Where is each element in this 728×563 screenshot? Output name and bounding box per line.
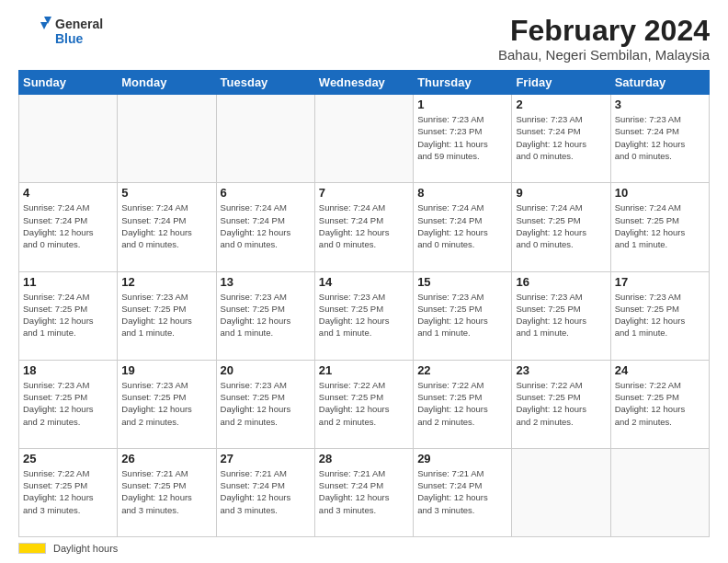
table-row: 20Sunrise: 7:23 AM Sunset: 7:25 PM Dayli… — [216, 360, 314, 448]
day-info: Sunrise: 7:22 AM Sunset: 7:25 PM Dayligh… — [319, 379, 409, 428]
day-info: Sunrise: 7:23 AM Sunset: 7:25 PM Dayligh… — [417, 291, 507, 339]
day-number: 6 — [221, 186, 311, 200]
day-number: 22 — [417, 363, 507, 377]
table-row: 3Sunrise: 7:23 AM Sunset: 7:24 PM Daylig… — [610, 95, 709, 183]
table-row: 17Sunrise: 7:23 AM Sunset: 7:25 PM Dayli… — [610, 271, 709, 360]
day-info: Sunrise: 7:22 AM Sunset: 7:25 PM Dayligh… — [516, 379, 606, 428]
day-info: Sunrise: 7:23 AM Sunset: 7:24 PM Dayligh… — [516, 113, 606, 162]
day-info: Sunrise: 7:24 AM Sunset: 7:24 PM Dayligh… — [23, 201, 113, 250]
col-monday: Monday — [118, 71, 216, 95]
day-info: Sunrise: 7:21 AM Sunset: 7:25 PM Dayligh… — [121, 467, 211, 516]
table-row: 10Sunrise: 7:24 AM Sunset: 7:25 PM Dayli… — [610, 183, 709, 271]
table-row: 29Sunrise: 7:21 AM Sunset: 7:24 PM Dayli… — [414, 448, 512, 536]
day-number: 1 — [417, 98, 507, 111]
legend-label: Daylight hours — [53, 543, 118, 554]
day-info: Sunrise: 7:21 AM Sunset: 7:24 PM Dayligh… — [417, 467, 507, 516]
logo: General Blue — [18, 15, 103, 48]
calendar-week-row: 11Sunrise: 7:24 AM Sunset: 7:25 PM Dayli… — [19, 271, 710, 360]
day-number: 7 — [319, 186, 409, 200]
day-number: 24 — [615, 363, 705, 377]
day-info: Sunrise: 7:23 AM Sunset: 7:25 PM Dayligh… — [221, 379, 311, 428]
col-tuesday: Tuesday — [216, 71, 314, 95]
calendar-table: Sunday Monday Tuesday Wednesday Thursday… — [18, 70, 710, 537]
col-friday: Friday — [512, 71, 610, 95]
day-info: Sunrise: 7:23 AM Sunset: 7:23 PM Dayligh… — [417, 113, 507, 162]
day-info: Sunrise: 7:22 AM Sunset: 7:25 PM Dayligh… — [615, 379, 705, 428]
day-info: Sunrise: 7:24 AM Sunset: 7:24 PM Dayligh… — [319, 201, 409, 250]
day-info: Sunrise: 7:23 AM Sunset: 7:25 PM Dayligh… — [615, 291, 705, 339]
day-info: Sunrise: 7:23 AM Sunset: 7:25 PM Dayligh… — [221, 291, 311, 339]
day-info: Sunrise: 7:24 AM Sunset: 7:24 PM Dayligh… — [121, 201, 211, 250]
day-number: 23 — [516, 363, 606, 377]
day-number: 14 — [319, 275, 409, 289]
calendar-week-row: 4Sunrise: 7:24 AM Sunset: 7:24 PM Daylig… — [19, 183, 710, 271]
table-row: 18Sunrise: 7:23 AM Sunset: 7:25 PM Dayli… — [19, 360, 118, 448]
main-title: February 2024 — [498, 15, 710, 47]
day-number: 27 — [221, 452, 311, 465]
day-number: 26 — [121, 452, 211, 465]
col-sunday: Sunday — [19, 71, 118, 95]
day-info: Sunrise: 7:24 AM Sunset: 7:24 PM Dayligh… — [417, 201, 507, 250]
table-row: 9Sunrise: 7:24 AM Sunset: 7:25 PM Daylig… — [512, 183, 610, 271]
table-row: 23Sunrise: 7:22 AM Sunset: 7:25 PM Dayli… — [512, 360, 610, 448]
svg-marker-1 — [40, 22, 48, 29]
day-number: 13 — [221, 275, 311, 289]
header: General Blue February 2024 Bahau, Negeri… — [18, 15, 710, 63]
day-number: 16 — [516, 275, 606, 289]
day-number: 20 — [221, 363, 311, 377]
table-row: 7Sunrise: 7:24 AM Sunset: 7:24 PM Daylig… — [314, 183, 413, 271]
day-number: 3 — [615, 98, 705, 111]
day-number: 18 — [23, 363, 113, 377]
day-info: Sunrise: 7:23 AM Sunset: 7:25 PM Dayligh… — [121, 291, 211, 339]
page: General Blue February 2024 Bahau, Negeri… — [0, 0, 728, 563]
day-number: 21 — [319, 363, 409, 377]
table-row: 11Sunrise: 7:24 AM Sunset: 7:25 PM Dayli… — [19, 271, 118, 360]
table-row: 15Sunrise: 7:23 AM Sunset: 7:25 PM Dayli… — [414, 271, 512, 360]
day-number: 29 — [417, 452, 507, 465]
table-row: 5Sunrise: 7:24 AM Sunset: 7:24 PM Daylig… — [118, 183, 216, 271]
calendar-week-row: 25Sunrise: 7:22 AM Sunset: 7:25 PM Dayli… — [19, 448, 710, 536]
table-row: 6Sunrise: 7:24 AM Sunset: 7:24 PM Daylig… — [216, 183, 314, 271]
table-row: 12Sunrise: 7:23 AM Sunset: 7:25 PM Dayli… — [118, 271, 216, 360]
day-number: 8 — [417, 186, 507, 200]
day-number: 25 — [23, 452, 113, 465]
day-number: 9 — [516, 186, 606, 200]
day-number: 5 — [121, 186, 211, 200]
title-block: February 2024 Bahau, Negeri Sembilan, Ma… — [498, 15, 710, 63]
calendar-week-row: 1Sunrise: 7:23 AM Sunset: 7:23 PM Daylig… — [19, 95, 710, 183]
col-wednesday: Wednesday — [314, 71, 413, 95]
table-row: 16Sunrise: 7:23 AM Sunset: 7:25 PM Dayli… — [512, 271, 610, 360]
day-info: Sunrise: 7:24 AM Sunset: 7:24 PM Dayligh… — [221, 201, 311, 250]
table-row: 25Sunrise: 7:22 AM Sunset: 7:25 PM Dayli… — [19, 448, 118, 536]
day-number: 17 — [615, 275, 705, 289]
table-row: 13Sunrise: 7:23 AM Sunset: 7:25 PM Dayli… — [216, 271, 314, 360]
day-number: 15 — [417, 275, 507, 289]
table-row: 27Sunrise: 7:21 AM Sunset: 7:24 PM Dayli… — [216, 448, 314, 536]
day-number: 11 — [23, 275, 113, 289]
footer: Daylight hours — [18, 543, 710, 554]
table-row — [19, 95, 118, 183]
table-row — [216, 95, 314, 183]
table-row — [118, 95, 216, 183]
calendar-week-row: 18Sunrise: 7:23 AM Sunset: 7:25 PM Dayli… — [19, 360, 710, 448]
table-row: 22Sunrise: 7:22 AM Sunset: 7:25 PM Dayli… — [414, 360, 512, 448]
day-info: Sunrise: 7:22 AM Sunset: 7:25 PM Dayligh… — [23, 467, 113, 516]
table-row — [512, 448, 610, 536]
day-info: Sunrise: 7:24 AM Sunset: 7:25 PM Dayligh… — [516, 201, 606, 250]
table-row: 4Sunrise: 7:24 AM Sunset: 7:24 PM Daylig… — [19, 183, 118, 271]
legend-bar — [18, 543, 46, 554]
day-info: Sunrise: 7:24 AM Sunset: 7:25 PM Dayligh… — [23, 291, 113, 339]
day-info: Sunrise: 7:23 AM Sunset: 7:24 PM Dayligh… — [615, 113, 705, 162]
table-row — [610, 448, 709, 536]
day-number: 2 — [516, 98, 606, 111]
col-thursday: Thursday — [414, 71, 512, 95]
day-info: Sunrise: 7:23 AM Sunset: 7:25 PM Dayligh… — [121, 379, 211, 428]
table-row: 24Sunrise: 7:22 AM Sunset: 7:25 PM Dayli… — [610, 360, 709, 448]
table-row — [314, 95, 413, 183]
day-info: Sunrise: 7:23 AM Sunset: 7:25 PM Dayligh… — [23, 379, 113, 428]
table-row: 21Sunrise: 7:22 AM Sunset: 7:25 PM Dayli… — [314, 360, 413, 448]
table-row: 28Sunrise: 7:21 AM Sunset: 7:24 PM Dayli… — [314, 448, 413, 536]
col-saturday: Saturday — [610, 71, 709, 95]
table-row: 19Sunrise: 7:23 AM Sunset: 7:25 PM Dayli… — [118, 360, 216, 448]
day-info: Sunrise: 7:21 AM Sunset: 7:24 PM Dayligh… — [221, 467, 311, 516]
